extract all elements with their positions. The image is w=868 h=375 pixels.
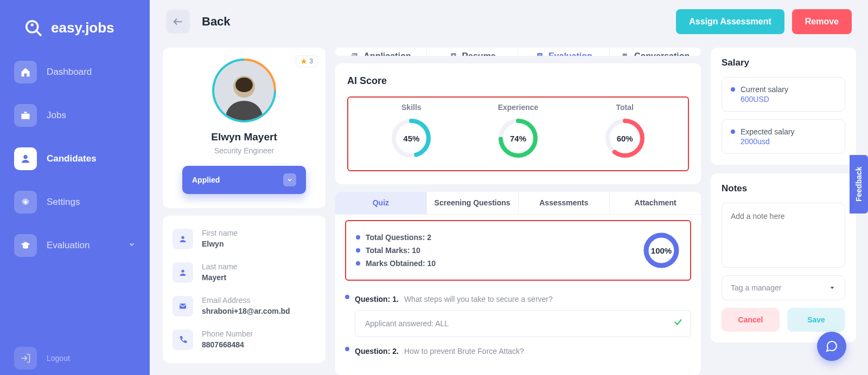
phone-icon xyxy=(178,335,187,344)
sidebar-item-jobs[interactable]: Jobs xyxy=(8,99,142,132)
q-text: How to prevent Brute Force Attack? xyxy=(404,347,524,355)
svg-rect-16 xyxy=(537,53,542,56)
sidebar-item-label: Candidates xyxy=(47,153,97,164)
status-value: Applied xyxy=(192,176,220,184)
tab-evaluation[interactable]: Evaluation xyxy=(519,48,610,56)
back-button[interactable] xyxy=(166,10,190,34)
note-textarea[interactable] xyxy=(722,203,845,268)
field-last-name: Last nameMayert xyxy=(173,256,316,289)
header: Back Assign Assessment Remove xyxy=(150,0,868,43)
qs-text: Total Questions: 2 xyxy=(366,233,431,242)
candidate-name: Elwyn Mayert xyxy=(173,131,316,143)
svg-point-2 xyxy=(31,23,34,26)
svg-rect-13 xyxy=(352,54,356,56)
sidebar-item-candidates[interactable]: Candidates xyxy=(8,142,142,176)
field-value: 8807668484 xyxy=(202,340,253,349)
quiz-total-questions: Total Questions: 2 xyxy=(356,233,436,242)
score-ring: 60% xyxy=(604,117,646,159)
expected-salary: Expected salary 2000usd xyxy=(722,119,845,154)
candidate-fields: First nameElwyn Last nameMayert Email Ad… xyxy=(163,216,326,363)
main-tabs: Application Resume Evaluation Conversati… xyxy=(335,48,701,56)
field-label: First name xyxy=(202,229,238,237)
q-text: What steps will you take to secure a ser… xyxy=(404,295,553,303)
tab-application[interactable]: Application xyxy=(335,48,427,56)
ai-score-title: AI Score xyxy=(347,75,689,87)
avatar-ring xyxy=(212,59,276,122)
score-label: Skills xyxy=(390,103,432,112)
doc-stack-icon xyxy=(350,52,359,56)
ai-score-card: AI Score Skills 45% Experience 74% Total… xyxy=(335,63,701,184)
status-select[interactable]: Applied xyxy=(182,166,306,194)
chevron-down-icon xyxy=(828,284,836,292)
gear-icon xyxy=(20,197,31,208)
sidebar-item-dashboard[interactable]: Dashboard xyxy=(8,55,142,89)
subtab-screening[interactable]: Screening Questions xyxy=(427,192,519,214)
sidebar-item-settings[interactable]: Settings xyxy=(8,185,142,219)
candidate-role: Security Engineer xyxy=(173,146,316,155)
page-title: Back xyxy=(202,15,231,29)
question-2: Question: 2.How to prevent Brute Force A… xyxy=(345,347,691,355)
tab-label: Conversation xyxy=(634,51,690,56)
chat-fab[interactable] xyxy=(817,332,846,361)
candidate-card: 3 Elwyn Mayert Security Engineer Applied xyxy=(163,48,326,208)
sidebar-item-evaluation[interactable]: Evaluation xyxy=(8,229,142,262)
logo[interactable]: easy.jobs xyxy=(8,11,142,55)
sidebar: easy.jobs Dashboard Jobs Candidates Sett… xyxy=(0,0,150,375)
briefcase-icon xyxy=(20,110,31,121)
feedback-tab[interactable]: Feedback xyxy=(850,155,868,214)
remove-button[interactable]: Remove xyxy=(792,9,852,34)
chat-icon xyxy=(621,52,630,56)
field-email: Email Addressshraboni+18@ar.com.bd xyxy=(173,289,316,323)
question-1: Question: 1.What steps will you take to … xyxy=(345,295,691,337)
user-icon xyxy=(178,268,187,277)
mail-icon xyxy=(178,302,187,311)
cap-icon xyxy=(20,240,31,251)
salary-title: Salary xyxy=(722,57,845,68)
star-icon xyxy=(301,58,307,64)
notes-card: Notes Tag a manager Cancel Save xyxy=(711,173,856,342)
tab-resume[interactable]: Resume xyxy=(427,48,519,56)
score-label: Total xyxy=(604,103,646,112)
q-num: Question: 1. xyxy=(355,295,399,303)
save-button[interactable]: Save xyxy=(787,308,845,332)
score-total: Total 60% xyxy=(604,103,646,159)
tab-conversation[interactable]: Conversation xyxy=(610,48,701,56)
tab-label: Evaluation xyxy=(548,51,592,56)
svg-point-3 xyxy=(24,155,28,159)
answer-text: Applicant answered: ALL xyxy=(365,319,449,328)
assign-assessment-button[interactable]: Assign Assessment xyxy=(676,9,784,34)
subtab-assessments[interactable]: Assessments xyxy=(519,192,610,214)
tag-manager-select[interactable]: Tag a manager xyxy=(722,275,845,300)
user-icon xyxy=(178,235,187,243)
score-experience: Experience 74% xyxy=(497,103,539,159)
tab-label: Application xyxy=(363,51,411,56)
avatar xyxy=(214,61,274,120)
rating-value: 3 xyxy=(309,57,313,65)
quiz-pct: 100% xyxy=(642,231,680,269)
home-icon xyxy=(20,67,31,77)
resume-icon xyxy=(449,52,458,56)
tag-placeholder: Tag a manager xyxy=(731,283,781,292)
field-value: shraboni+18@ar.com.bd xyxy=(202,307,290,315)
tab-label: Resume xyxy=(462,51,496,56)
subtab-attachment[interactable]: Attachment xyxy=(610,192,701,214)
sidebar-item-label: Settings xyxy=(47,197,80,208)
cancel-button[interactable]: Cancel xyxy=(722,308,780,332)
score-skills: Skills 45% xyxy=(390,103,432,159)
score-value: 74% xyxy=(497,117,539,159)
quiz-total-marks: Total Marks: 10 xyxy=(356,246,436,255)
qs-text: Marks Obtained: 10 xyxy=(366,259,436,268)
notes-title: Notes xyxy=(722,183,845,194)
sidebar-item-label: Dashboard xyxy=(47,67,92,77)
sidebar-item-logout[interactable]: Logout xyxy=(8,341,76,375)
subtab-quiz[interactable]: Quiz xyxy=(335,192,427,214)
chat-bubble-icon xyxy=(825,340,838,353)
field-value: Mayert xyxy=(202,273,237,282)
field-first-name: First nameElwyn xyxy=(173,222,316,256)
score-value: 45% xyxy=(390,117,432,159)
chevron-down-icon xyxy=(128,240,136,251)
rating-badge[interactable]: 3 xyxy=(296,55,318,67)
score-ring: 45% xyxy=(390,117,432,159)
quiz-summary: Total Questions: 2 Total Marks: 10 Marks… xyxy=(345,220,691,281)
score-value: 60% xyxy=(604,117,646,159)
